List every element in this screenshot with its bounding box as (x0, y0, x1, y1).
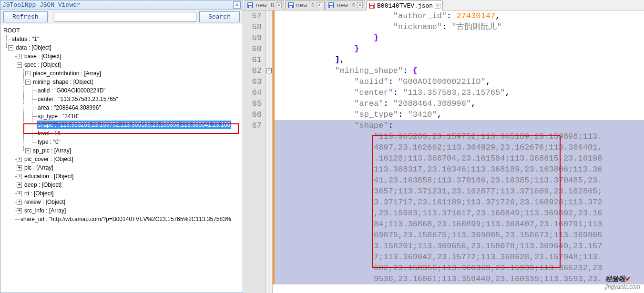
search-input[interactable] (54, 12, 197, 22)
search-button[interactable]: Search (199, 11, 240, 22)
save-icon (287, 2, 294, 9)
refresh-button[interactable]: Refresh (3, 11, 48, 22)
code-line[interactable]: "mining_shape": { (275, 65, 644, 76)
tree-node-data[interactable]: − data : [Object] (2, 43, 243, 52)
code-line[interactable]: "sp_type": "3410", (275, 109, 644, 120)
tab-close-icon[interactable]: ✕ (276, 2, 282, 8)
window-title: JSToolNpp JSON Viewer (2, 1, 81, 9)
code-editor[interactable]: 5758596061626364656667 − "author_id": 27… (243, 10, 644, 293)
code-line-wrap[interactable]: 602,23.158356;113.366369,23.15939;113.36… (275, 263, 644, 273)
tree-node-rti[interactable]: + rti : [Object] (2, 189, 243, 198)
tree-node-pic[interactable]: + pic : [Array] (2, 163, 243, 172)
expand-icon[interactable]: + (17, 191, 22, 196)
expand-icon[interactable]: + (25, 71, 31, 76)
tree-node-base[interactable]: + base : [Object] (2, 52, 243, 61)
code-line[interactable]: "aoiid": "G00AOI0000022IID", (275, 76, 644, 87)
tab-new-8[interactable]: new 8✕ (245, 0, 284, 10)
code-line[interactable]: "area": "2088464.308996", (275, 98, 644, 109)
save-icon (247, 2, 254, 9)
tree-node-shape[interactable]: shape : "113.365203,23.159752;113.365189… (2, 121, 243, 129)
code-line-wrap[interactable]: 41,23.163858;113.370186,23.16385;113.370… (275, 175, 644, 186)
code-line[interactable]: ], (275, 54, 644, 65)
watermark: 经验啦✔ jingyanla.com (605, 275, 640, 290)
svg-rect-10 (370, 3, 374, 5)
expand-icon[interactable]: + (17, 174, 22, 179)
tab-close-icon[interactable]: ✕ (317, 2, 322, 8)
code-line-wrap[interactable]: "113.365203,23.159752;113.365189,23.1598… (275, 131, 644, 142)
expand-icon[interactable]: − (17, 62, 22, 68)
expand-icon[interactable]: + (17, 200, 22, 205)
tree-node-sp-pic[interactable]: + sp_pic : [Array] (2, 146, 243, 155)
svg-rect-5 (289, 6, 292, 8)
tree-node-share-url[interactable]: share_url : "http://wb.amap.com/?p=B0014… (2, 215, 243, 223)
code-line-wrap[interactable]: ,23.15983;113.371617,23.160849;113.36989… (275, 208, 644, 219)
expand-icon[interactable]: − (8, 45, 13, 51)
svg-rect-8 (330, 6, 333, 8)
code-line-wrap[interactable]: 3.371717,23.161189;113.371726,23.160928;… (275, 197, 644, 208)
tree-node-level[interactable]: level : 15 (2, 129, 243, 138)
svg-rect-7 (329, 3, 333, 5)
tree-node-center[interactable]: center : "113.357583,23.15765" (2, 95, 243, 103)
close-button[interactable]: ✕ (233, 1, 241, 9)
tab-label: new 4 (337, 2, 355, 9)
expand-icon[interactable]: − (25, 80, 31, 85)
tree-node-review[interactable]: + review : [Object] (2, 198, 243, 206)
tree-node-status[interactable]: status : "1" (2, 35, 243, 43)
expand-icon[interactable]: + (17, 165, 22, 171)
tree-node-mining-shape[interactable]: − mining_shape : [Object] (2, 78, 243, 86)
tab-label: B00140TVEV.json (377, 2, 433, 10)
svg-rect-2 (249, 6, 252, 8)
tab-new-4[interactable]: new 4✕ (326, 0, 365, 10)
code-line-wrap[interactable]: 4897,23.162662;113.364929,23.162676;113.… (275, 142, 644, 153)
code-line[interactable]: } (275, 32, 644, 43)
tree-node-deep[interactable]: + deep : [Object] (2, 181, 243, 189)
json-tree[interactable]: ROOT status : "1" − data : [Object] + ba… (0, 24, 243, 293)
expand-icon[interactable]: + (17, 157, 22, 162)
tab-close-icon[interactable]: ✕ (435, 3, 440, 9)
code-line-wrap[interactable]: 3657;113.371231,23.162877;113.371609,23.… (275, 186, 644, 197)
code-line-wrap[interactable]: 113.368317,23.16346;113.368189,23.163806… (275, 164, 644, 175)
code-line-wrap[interactable]: 69875,23.158675;113.369805,23.158673;113… (275, 230, 644, 241)
fold-toggle[interactable]: − (266, 68, 272, 73)
tree-node-area[interactable]: area : "2088464.308996" (2, 103, 243, 112)
code-line-wrap[interactable]: 7;113.369042,23.15772;113.368628,23.1579… (275, 252, 644, 263)
expand-icon[interactable]: + (25, 148, 31, 153)
code-line[interactable]: "author_id": 27430147, (275, 10, 644, 21)
code-line-wrap[interactable]: 9538,23.16061;113.359448,23.160339;113.3… (275, 273, 644, 284)
json-viewer-panel: JSToolNpp JSON Viewer ✕ Refresh Search R… (0, 0, 243, 293)
tree-node-type[interactable]: type : "0" (2, 138, 243, 146)
svg-rect-4 (289, 3, 293, 5)
separator (51, 12, 51, 22)
toolbar: Refresh Search (0, 10, 243, 24)
expand-icon[interactable]: + (17, 182, 22, 188)
tab-new-1[interactable]: new 1✕ (285, 0, 325, 10)
code-line[interactable]: "center": "113.357583,23.15765", (275, 87, 644, 98)
code-line-wrap[interactable]: .16128;113.368704,23.161584;113.368615,2… (275, 153, 644, 164)
tree-node-src-info[interactable]: + src_info : [Array] (2, 206, 243, 215)
fold-gutter: − (266, 10, 273, 293)
expand-icon[interactable]: + (17, 208, 22, 213)
tree-node-spec[interactable]: − spec : [Object] (2, 61, 243, 69)
tree-node-place-contribution[interactable]: + place_contribution : [Array] (2, 69, 243, 78)
code-content[interactable]: "author_id": 27430147, "nickname": "古韵则阮… (275, 10, 644, 293)
save-icon (328, 2, 335, 9)
tab-bar: new 8✕new 1✕new 4✕B00140TVEV.json✕ (243, 0, 644, 10)
tab-label: new 1 (296, 2, 315, 9)
editor-panel: new 8✕new 1✕new 4✕B00140TVEV.json✕ 57585… (243, 0, 644, 293)
code-line[interactable]: "nickname": "古韵则阮儿" (275, 21, 644, 32)
tree-node-education[interactable]: + education : [Object] (2, 172, 243, 181)
tab-close-icon[interactable]: ✕ (357, 2, 363, 8)
title-bar: JSToolNpp JSON Viewer ✕ (0, 0, 243, 10)
expand-icon[interactable]: + (17, 54, 22, 59)
code-line[interactable]: } (275, 43, 644, 54)
code-line[interactable]: "shape": (275, 120, 644, 131)
tree-node-pic-cover[interactable]: + pic_cover : [Object] (2, 155, 243, 163)
tree-node-aoiid[interactable]: aoiid : "G00AOI000022IID" (2, 86, 243, 95)
svg-rect-11 (370, 6, 373, 8)
code-line-wrap[interactable]: 3.158201;113.369656,23.158078;113.369649… (275, 241, 644, 252)
code-line-wrap[interactable]: 84;113.36868,23.160899;113.368407,23.160… (275, 219, 644, 230)
tree-node-sp-type[interactable]: sp_type : "3410" (2, 112, 243, 121)
save-icon (368, 2, 375, 9)
tree-root[interactable]: ROOT (2, 26, 243, 35)
tab-B00140TVEV-json[interactable]: B00140TVEV.json✕ (366, 0, 443, 10)
